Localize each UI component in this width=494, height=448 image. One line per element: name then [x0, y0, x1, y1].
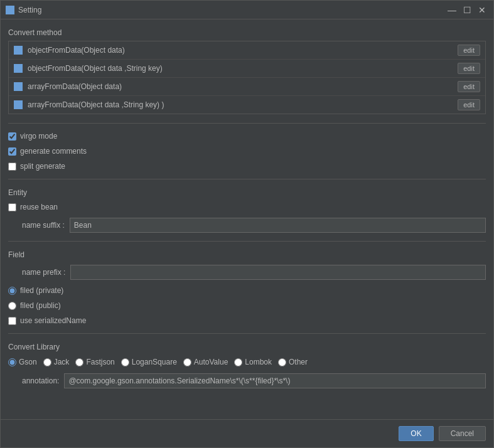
method-name-3: arrayFromData(Object data ,String key) ) — [28, 100, 458, 109]
method-row-1: objectFromData(Object data ,String key) … — [9, 60, 485, 78]
logansquare-label: LoganSquare — [132, 358, 177, 366]
method-row-3: arrayFromData(Object data ,String key) )… — [9, 96, 485, 114]
convert-methods-block: objectFromData(Object data) edit objectF… — [8, 41, 486, 114]
name-suffix-input[interactable] — [70, 218, 486, 233]
method-name-2: arrayFromData(Object data) — [28, 82, 458, 91]
edit-button-3[interactable]: edit — [458, 99, 480, 110]
ok-button[interactable]: OK — [399, 426, 433, 441]
reuse-bean-label: reuse bean — [20, 203, 58, 211]
use-serialized-label: use serializedName — [20, 316, 86, 325]
name-prefix-input[interactable] — [70, 265, 486, 280]
method-icon-0 — [14, 46, 23, 55]
method-row-2: arrayFromData(Object data) edit — [9, 78, 485, 96]
divider-4 — [8, 333, 486, 334]
filed-public-label: filed (public) — [20, 301, 61, 310]
divider-1 — [8, 123, 486, 124]
autovalue-label: AutoValue — [194, 358, 228, 366]
autovalue-radio[interactable] — [183, 358, 191, 366]
annotation-label: annotation: — [8, 376, 59, 385]
minimize-button[interactable]: — — [446, 4, 458, 16]
use-serialized-checkbox[interactable] — [8, 317, 16, 325]
reuse-bean-row: reuse bean — [8, 201, 486, 213]
filed-public-radio[interactable] — [8, 302, 16, 310]
logansquare-radio[interactable] — [121, 358, 129, 366]
gson-label: Gson — [19, 358, 37, 366]
fastjson-label: Fastjson — [86, 358, 114, 366]
convert-method-label: Convert method — [8, 28, 486, 37]
name-suffix-row: name suffix : — [8, 216, 486, 235]
lombok-option: Lombok — [234, 358, 272, 366]
edit-button-0[interactable]: edit — [458, 45, 480, 56]
name-prefix-row: name prefix : — [8, 263, 486, 282]
jack-radio[interactable] — [43, 358, 51, 366]
filed-public-row: filed (public) — [8, 299, 486, 312]
window-icon — [6, 6, 14, 14]
fastjson-radio[interactable] — [75, 358, 83, 366]
virgo-mode-label: virgo mode — [20, 132, 57, 141]
filed-private-radio[interactable] — [8, 287, 16, 295]
method-icon-3 — [14, 100, 23, 109]
checkbox-generate-comments: generate comments — [8, 145, 486, 157]
main-content: Convert method objectFromData(Object dat… — [1, 19, 493, 419]
other-radio[interactable] — [278, 358, 286, 366]
other-label: Other — [289, 358, 308, 366]
title-bar: Setting — ☐ ✕ — [1, 1, 493, 19]
window-title: Setting — [18, 6, 41, 14]
lombok-label: Lombok — [245, 358, 272, 366]
filed-private-label: filed (private) — [20, 286, 63, 295]
jack-label: Jack — [54, 358, 70, 366]
method-row-0: objectFromData(Object data) edit — [9, 41, 485, 60]
gson-option: Gson — [8, 358, 37, 366]
split-generate-label: split generate — [20, 162, 65, 171]
logansquare-option: LoganSquare — [121, 358, 177, 366]
generate-comments-label: generate comments — [20, 147, 87, 156]
name-suffix-label: name suffix : — [8, 221, 65, 230]
method-icon-1 — [14, 64, 23, 73]
checkbox-virgo-mode: virgo mode — [8, 130, 486, 142]
convert-library-label: Convert Library — [8, 343, 486, 351]
lombok-radio[interactable] — [234, 358, 242, 366]
title-bar-left: Setting — [6, 6, 41, 14]
checkbox-split-generate: split generate — [8, 160, 486, 173]
jack-option: Jack — [43, 358, 70, 366]
use-serialized-row: use serializedName — [8, 314, 486, 327]
reuse-bean-checkbox[interactable] — [8, 203, 16, 211]
divider-2 — [8, 179, 486, 179]
name-prefix-label: name prefix : — [8, 268, 65, 277]
other-option: Other — [278, 358, 308, 366]
annotation-row: annotation: — [8, 371, 486, 390]
edit-button-2[interactable]: edit — [458, 81, 480, 92]
footer: OK Cancel — [1, 419, 493, 447]
method-icon-2 — [14, 82, 23, 91]
virgo-mode-checkbox[interactable] — [8, 132, 16, 141]
split-generate-checkbox[interactable] — [8, 163, 16, 171]
title-bar-controls: — ☐ ✕ — [446, 4, 488, 16]
divider-3 — [8, 241, 486, 242]
filed-private-row: filed (private) — [8, 284, 486, 297]
entity-label: Entity — [8, 188, 486, 197]
generate-comments-checkbox[interactable] — [8, 147, 16, 156]
autovalue-option: AutoValue — [183, 358, 228, 366]
gson-radio[interactable] — [8, 358, 16, 366]
method-name-0: objectFromData(Object data) — [28, 46, 458, 55]
edit-button-1[interactable]: edit — [458, 63, 480, 74]
convert-library-options: Gson Jack Fastjson LoganSquare AutoValue… — [8, 355, 486, 369]
maximize-button[interactable]: ☐ — [461, 4, 473, 16]
fastjson-option: Fastjson — [75, 358, 114, 366]
field-label: Field — [8, 250, 486, 259]
settings-window: Setting — ☐ ✕ Convert method objectFromD… — [0, 0, 494, 448]
annotation-input[interactable] — [64, 373, 486, 388]
cancel-button[interactable]: Cancel — [439, 426, 486, 441]
method-name-1: objectFromData(Object data ,String key) — [28, 64, 458, 73]
close-button[interactable]: ✕ — [476, 4, 488, 16]
